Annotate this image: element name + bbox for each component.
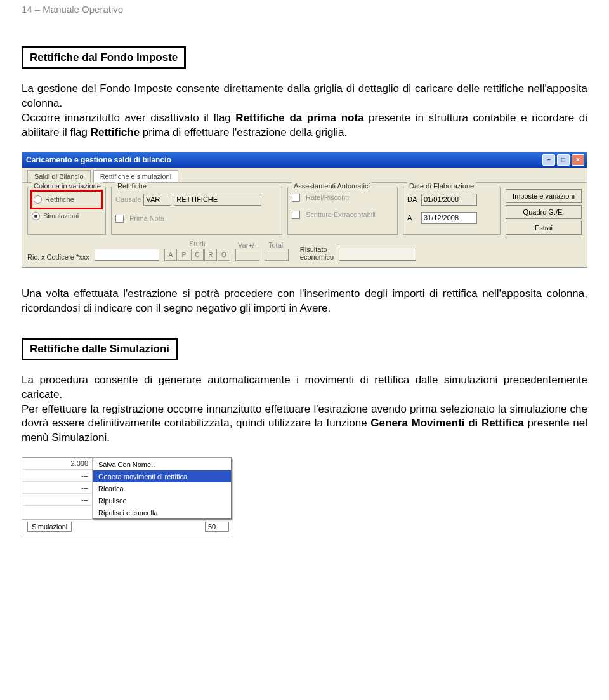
input-ricerca[interactable]	[95, 249, 159, 261]
input-date-da[interactable]: 01/01/2008	[421, 194, 477, 206]
input-date-a[interactable]: 31/12/2008	[421, 212, 477, 224]
input-causale-code[interactable]: VAR	[143, 194, 171, 206]
group-title: Rettifiche	[115, 182, 148, 190]
button-imposte-variazioni[interactable]: Imposte e variazioni	[506, 189, 582, 203]
checkbox-prima-nota[interactable]	[115, 215, 124, 223]
label-ricerca: Ric. x Codice e *xxx	[27, 253, 89, 261]
paragraph: Occorre innanzitutto aver disattivato il…	[22, 111, 587, 140]
menu-item-ripulisci-cancella[interactable]: Ripulisci e cancella	[93, 506, 231, 518]
combo-simulazioni[interactable]: Simulazioni	[27, 522, 72, 532]
paragraph: La gestione del Fondo Imposte consente d…	[22, 82, 587, 111]
grid-cell: ---	[22, 470, 92, 482]
radio-rettifiche[interactable]: Rettifiche	[34, 195, 100, 204]
input-causale-desc[interactable]: RETTIFICHE	[174, 194, 261, 206]
text-strong: Rettifiche da prima nota	[235, 112, 363, 124]
radio-icon	[34, 195, 42, 204]
minimize-button[interactable]: –	[542, 154, 555, 166]
tab-rettifiche[interactable]: Rettifiche e simulazioni	[93, 170, 179, 182]
paragraph: La procedura consente di generare automa…	[22, 373, 587, 402]
radio-label: Rettifiche	[45, 195, 74, 203]
group-title: Date di Elaborazione	[407, 182, 476, 190]
section-title-rettifiche-simulazioni: Rettifiche dalle Simulazioni	[22, 338, 178, 360]
menu-item-ripulisce[interactable]: Ripulisce	[93, 494, 231, 506]
group-rettifiche: Rettifiche Causale VAR RETTIFICHE Prima …	[111, 187, 282, 235]
button-letter-r[interactable]: R	[204, 249, 217, 261]
button-varpm[interactable]	[235, 249, 259, 261]
titlebar: Caricamento e gestione saldi di bilancio…	[22, 152, 587, 168]
paragraph: Per effettuare la registrazione occorre …	[22, 402, 587, 446]
grid-cell: ---	[22, 482, 92, 494]
label-totali: Totali	[268, 241, 285, 249]
label-ratei: Ratei/Risconti	[306, 194, 349, 201]
paragraph: Una volta effettuata l'estrazione si pot…	[22, 287, 587, 316]
button-quadro-ge[interactable]: Quadro G./E.	[506, 205, 582, 219]
button-letter-o[interactable]: O	[218, 249, 230, 261]
checkbox-ratei[interactable]	[292, 194, 300, 202]
section-title-rettifiche-fondo: Rettifiche dal Fondo Imposte	[22, 46, 186, 69]
page-header: 14 – Manuale Operativo	[22, 0, 587, 21]
input-risultato-economico[interactable]	[339, 248, 416, 261]
text-span: Occorre innanzitutto aver disattivato il…	[22, 112, 235, 124]
label-da: DA	[407, 195, 419, 203]
radio-label: Simulazioni	[43, 212, 79, 220]
context-menu-snapshot: 2.000 --- --- --- Salva Con Nome.. Gener…	[22, 457, 232, 534]
text-strong: Rettifiche	[91, 126, 140, 138]
radio-simulazioni[interactable]: Simulazioni	[32, 212, 102, 220]
grid-cell: 2.000	[22, 458, 92, 470]
label-varpm: Var+/-	[238, 241, 256, 249]
text-strong: Genera Movimenti di Rettifica	[370, 417, 524, 429]
highlight-box: Rettifiche	[30, 190, 103, 209]
checkbox-scritture[interactable]	[292, 211, 300, 219]
button-letter-p[interactable]: P	[178, 249, 190, 261]
menu-item-genera-movimenti[interactable]: Genera movimenti di rettifica	[93, 470, 231, 482]
label-studi: Studi	[189, 240, 205, 248]
group-title: Colonna in variazione	[32, 182, 103, 190]
grid-cell: ---	[22, 494, 92, 506]
button-estrai[interactable]: Estrai	[506, 221, 582, 235]
group-assestamenti: Assestamenti Automatici Ratei/Risconti S…	[287, 187, 398, 235]
menu-item-ricarica[interactable]: Ricarica	[93, 482, 231, 494]
bottom-bar: Simulazioni 50	[22, 519, 232, 534]
group-title: Assestamenti Automatici	[292, 182, 372, 190]
label-scritture: Scritture Extracontabili	[306, 211, 376, 218]
label-causale: Causale	[115, 195, 141, 203]
menu-item-salva[interactable]: Salva Con Nome..	[93, 458, 231, 470]
group-colonna-variazione: Colonna in variazione Rettifiche Simulaz…	[27, 187, 106, 235]
tab-saldi[interactable]: Saldi di Bilancio	[27, 170, 91, 182]
close-button[interactable]: ×	[572, 154, 584, 166]
grid-column: 2.000 --- --- ---	[22, 458, 93, 519]
window-title: Caricamento e gestione saldi di bilancio	[26, 155, 171, 164]
maximize-button[interactable]: □	[557, 154, 570, 166]
button-letter-a[interactable]: A	[164, 249, 177, 261]
app-window: Caricamento e gestione saldi di bilancio…	[22, 152, 587, 268]
context-menu: Salva Con Nome.. Genera movimenti di ret…	[93, 458, 232, 519]
button-totali[interactable]	[265, 249, 289, 261]
label-prima-nota: Prima Nota	[129, 215, 164, 222]
input-num[interactable]: 50	[205, 522, 229, 532]
group-date-elaborazione: Date di Elaborazione DA 01/01/2008 A 31/…	[403, 187, 501, 235]
label-risultato-economico: Risultato economico	[300, 246, 334, 261]
label-a: A	[407, 214, 419, 221]
text-span: prima di effettuare l'estrazione della g…	[140, 126, 347, 138]
radio-icon	[32, 212, 40, 220]
button-letter-c[interactable]: C	[191, 249, 204, 261]
